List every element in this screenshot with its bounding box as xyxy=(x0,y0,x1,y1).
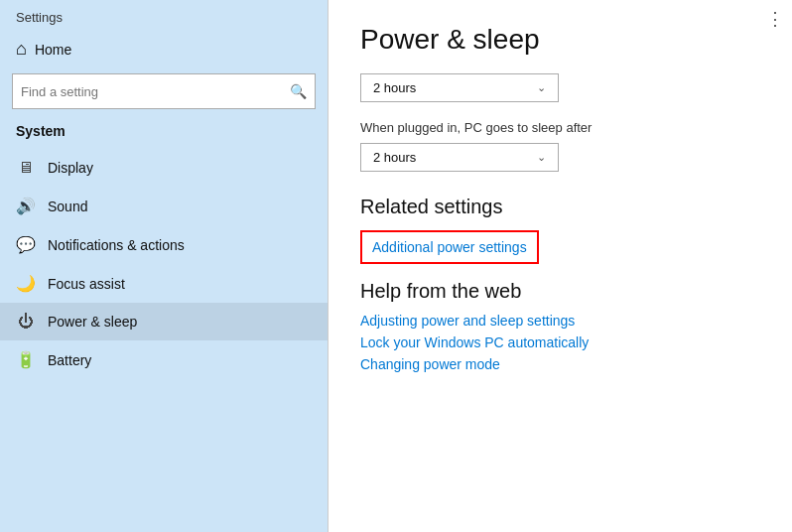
dropdown1-chevron-icon: ⌄ xyxy=(537,81,546,94)
help-link-0[interactable]: Adjusting power and sleep settings xyxy=(360,313,760,329)
battery-icon: 🔋 xyxy=(16,350,36,369)
app-title: Settings xyxy=(0,0,328,31)
sidebar: Settings ⌂ Home 🔍 System 🖥 Display 🔊 Sou… xyxy=(0,0,328,532)
sidebar-item-sound[interactable]: 🔊 Sound xyxy=(0,187,328,225)
power-icon: ⏻ xyxy=(16,313,36,331)
home-icon: ⌂ xyxy=(16,39,27,60)
help-link-1[interactable]: Lock your Windows PC automatically xyxy=(360,334,760,350)
sleep-after-label: When plugged in, PC goes to sleep after xyxy=(360,120,760,135)
sidebar-item-label-battery: Battery xyxy=(48,352,91,368)
search-icon: 🔍 xyxy=(290,83,307,99)
sleep-after-value: 2 hours xyxy=(373,150,416,165)
main-content: Power & sleep 2 hours ⌄ When plugged in,… xyxy=(329,0,792,532)
dropdown2-chevron-icon: ⌄ xyxy=(537,151,546,164)
search-input[interactable] xyxy=(21,84,290,99)
more-options-icon[interactable]: ⋮ xyxy=(766,8,784,30)
related-settings-title: Related settings xyxy=(360,196,760,218)
screen-off-value: 2 hours xyxy=(373,80,416,95)
sidebar-item-label-sound: Sound xyxy=(48,199,87,214)
search-bar[interactable]: 🔍 xyxy=(12,73,316,109)
sleep-after-dropdown[interactable]: 2 hours ⌄ xyxy=(360,143,559,172)
sidebar-item-label-power: Power & sleep xyxy=(48,314,137,330)
sidebar-item-label-focus: Focus assist xyxy=(48,276,125,292)
sidebar-item-focus[interactable]: 🌙 Focus assist xyxy=(0,264,328,303)
sidebar-item-display[interactable]: 🖥 Display xyxy=(0,149,328,187)
focus-icon: 🌙 xyxy=(16,274,36,293)
notifications-icon: 💬 xyxy=(16,235,36,254)
sidebar-item-label-display: Display xyxy=(48,160,93,176)
page-title: Power & sleep xyxy=(360,24,760,56)
help-title: Help from the web xyxy=(360,280,760,303)
sidebar-item-label-notifications: Notifications & actions xyxy=(48,237,185,253)
display-icon: 🖥 xyxy=(16,159,36,177)
home-item[interactable]: ⌂ Home xyxy=(0,31,328,67)
section-label: System xyxy=(0,119,328,149)
home-label: Home xyxy=(35,42,71,58)
sidebar-item-notifications[interactable]: 💬 Notifications & actions xyxy=(0,225,328,264)
sound-icon: 🔊 xyxy=(16,197,36,215)
sidebar-item-battery[interactable]: 🔋 Battery xyxy=(0,340,328,379)
sidebar-item-power[interactable]: ⏻ Power & sleep xyxy=(0,303,328,340)
help-link-2[interactable]: Changing power mode xyxy=(360,356,760,372)
additional-power-settings-link[interactable]: Additional power settings xyxy=(372,239,527,255)
additional-power-link-box: Additional power settings xyxy=(360,230,539,264)
screen-off-dropdown[interactable]: 2 hours ⌄ xyxy=(360,73,559,102)
